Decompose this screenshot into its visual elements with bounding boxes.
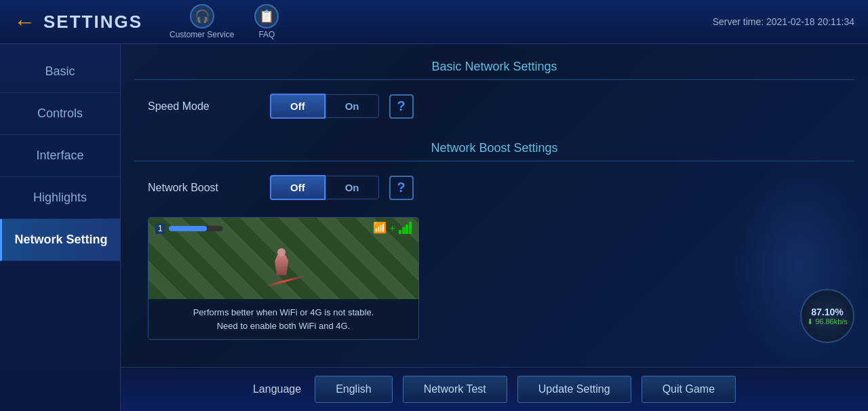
update-setting-button[interactable]: Update Setting xyxy=(517,376,631,403)
server-time: Server time: 2021-02-18 20:11:34 xyxy=(713,16,854,27)
character xyxy=(264,241,298,289)
network-boost-label: Network Boost xyxy=(148,182,270,194)
hp-track xyxy=(169,226,223,231)
nav-icons: 🎧 Customer Service 📋 FAQ xyxy=(170,4,279,39)
network-test-button[interactable]: Network Test xyxy=(403,376,507,403)
main-layout: Basic Controls Interface Highlights Netw… xyxy=(0,44,868,411)
speed-mode-label: Speed Mode xyxy=(148,100,270,113)
sidebar: Basic Controls Interface Highlights Netw… xyxy=(0,44,121,411)
hp-fill xyxy=(169,226,207,231)
network-boost-toggle: Off On xyxy=(270,175,379,200)
signal-bar-2 xyxy=(402,227,405,234)
signal-bars xyxy=(399,222,412,234)
speed-value: 96.86kb/s xyxy=(815,317,848,326)
faq-nav[interactable]: 📋 FAQ xyxy=(254,4,279,39)
character-body xyxy=(275,255,288,275)
preview-line2: Need to enable both WiFi and 4G. xyxy=(217,321,351,331)
wifi-icon: 📶 xyxy=(373,221,387,234)
speed-mode-toggle: Off On xyxy=(270,94,379,119)
language-label: Language xyxy=(253,383,301,395)
player-number: 1 xyxy=(155,223,165,234)
network-boost-on-button[interactable]: On xyxy=(326,176,379,199)
faq-icon: 📋 xyxy=(254,4,279,28)
download-icon: ⬇ xyxy=(807,317,813,326)
back-button[interactable]: ← xyxy=(14,9,35,35)
ping-percent: 87.10% xyxy=(811,307,843,317)
speed-mode-off-button[interactable]: Off xyxy=(270,94,326,119)
speed-mode-on-button[interactable]: On xyxy=(326,94,379,118)
preview-game-image: 1 📶 + xyxy=(149,218,418,299)
preview-description: Performs better when WiFi or 4G is not s… xyxy=(149,299,418,339)
signal-bar-3 xyxy=(406,224,408,234)
customer-service-label: Customer Service xyxy=(170,30,234,39)
bottom-bar: Language English Network Test Update Set… xyxy=(121,367,868,411)
network-boost-preview: 1 📶 + xyxy=(148,217,419,340)
hp-bar: 1 xyxy=(155,223,223,234)
sidebar-item-interface[interactable]: Interface xyxy=(0,135,120,177)
network-boost-off-button[interactable]: Off xyxy=(270,175,326,200)
quit-game-button[interactable]: Quit Game xyxy=(642,376,736,403)
basic-network-section-title: Basic Network Settings xyxy=(134,54,854,80)
preview-line1: Performs better when WiFi or 4G is not s… xyxy=(193,307,374,317)
speed-mode-row: Speed Mode Off On ? xyxy=(134,90,854,122)
page-title: SETTINGS xyxy=(43,12,142,33)
stats-badge: 87.10% ⬇ 96.86kb/s xyxy=(800,289,854,343)
sidebar-item-highlights[interactable]: Highlights xyxy=(0,177,120,219)
language-button[interactable]: English xyxy=(315,376,392,403)
sidebar-item-controls[interactable]: Controls xyxy=(0,93,120,135)
sidebar-item-basic[interactable]: Basic xyxy=(0,51,120,93)
speed-mode-help-icon[interactable]: ? xyxy=(389,94,414,119)
customer-service-nav[interactable]: 🎧 Customer Service xyxy=(170,4,234,39)
signal-bar-4 xyxy=(409,222,412,234)
sidebar-item-network[interactable]: Network Setting xyxy=(0,219,120,261)
signal-bar-1 xyxy=(399,230,401,234)
network-boost-row: Network Boost Off On ? xyxy=(134,172,854,203)
network-boost-help-icon[interactable]: ? xyxy=(389,176,414,200)
plus-icon: + xyxy=(390,222,395,233)
customer-service-icon: 🎧 xyxy=(190,4,214,28)
network-boost-section-title: Network Boost Settings xyxy=(134,136,854,161)
game-scene: 1 📶 + xyxy=(149,218,418,299)
hud-top-right: 📶 + xyxy=(373,221,412,234)
faq-label: FAQ xyxy=(258,30,275,39)
content-area: Basic Network Settings Speed Mode Off On… xyxy=(121,44,868,411)
download-speed: ⬇ 96.86kb/s xyxy=(807,317,848,326)
header: ← SETTINGS 🎧 Customer Service 📋 FAQ Serv… xyxy=(0,0,868,44)
